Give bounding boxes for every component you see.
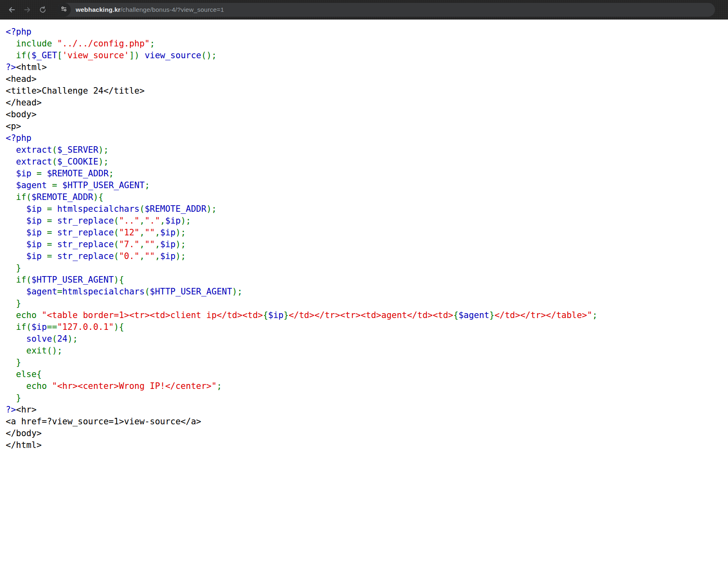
code-token-php: str_replace	[57, 216, 114, 226]
code-line: <?php	[6, 132, 728, 144]
code-line: $agent = $HTTP_USER_AGENT;	[6, 180, 728, 191]
code-token-kw: ;	[216, 381, 222, 391]
code-token-php: $ip	[31, 322, 47, 332]
code-token-str: ""	[144, 251, 155, 261]
code-token-str: ".."	[119, 216, 140, 226]
code-token-kw: {	[263, 310, 268, 320]
code-token-php: $ip	[165, 216, 181, 226]
code-token-kw: else{	[6, 369, 42, 379]
code-token-str: ""	[144, 228, 155, 237]
code-token-php: $ip	[160, 228, 175, 237]
code-token-kw: ,	[155, 251, 160, 261]
code-line: </body>	[6, 428, 728, 439]
code-line: if($REMOTE_ADDR){	[6, 191, 728, 203]
code-line: if($_GET['view_source']) view_source();	[6, 50, 728, 61]
code-token-php: $agent	[6, 180, 47, 190]
forward-button[interactable]	[20, 3, 34, 17]
code-token-php: <?php	[6, 133, 31, 143]
code-token-str: "../../config.php"	[57, 39, 150, 48]
code-token-kw: (	[114, 216, 119, 226]
code-line: }	[6, 262, 728, 274]
code-token-kw: }	[6, 358, 21, 367]
code-line: </html>	[6, 439, 728, 451]
code-token-php: $ip	[268, 310, 284, 320]
code-line: echo "<table border=1><tr><td>client ip<…	[6, 309, 728, 321]
code-token-kw: );	[68, 334, 78, 344]
code-token-kw: =	[42, 228, 57, 237]
code-line: <a href=?view_source=1>view-source</a>	[6, 416, 728, 428]
code-token-html: </body>	[6, 428, 42, 438]
code-token-kw: echo	[6, 381, 52, 391]
url-bar[interactable]: webhacking.kr/challenge/bonus-4/?view_so…	[57, 3, 715, 17]
reload-button[interactable]	[36, 3, 50, 17]
code-token-str: 'view_source'	[62, 50, 129, 60]
code-token-php: ?>	[6, 62, 16, 72]
code-token-kw: ==	[47, 322, 57, 332]
code-token-kw: ;	[109, 169, 114, 178]
code-token-php: $ip	[6, 228, 42, 237]
code-token-html: </html>	[6, 440, 42, 450]
code-token-kw: if(	[6, 322, 31, 332]
code-token-kw: [	[57, 50, 62, 60]
code-token-kw: =	[42, 204, 57, 214]
code-token-str: "<hr><center>Wrong IP!</center>"	[52, 381, 217, 391]
code-token-php: str_replace	[57, 239, 114, 249]
code-token-php: $ip	[6, 169, 31, 178]
code-token-kw: ){	[114, 275, 124, 285]
code-token-php: solve	[6, 334, 52, 344]
code-token-str: "<table border=1><tr><td>client ip</td><…	[42, 310, 263, 320]
source-code: <?php include "../../config.php"; if($_G…	[6, 26, 728, 451]
code-token-kw: }	[6, 298, 21, 308]
code-line: echo "<hr><center>Wrong IP!</center>";	[6, 380, 728, 392]
code-token-php: $ip	[6, 251, 42, 261]
code-token-kw: if(	[6, 275, 31, 285]
code-token-php: $_COOKIE	[57, 157, 98, 167]
code-line: include "../../config.php";	[6, 38, 728, 50]
code-token-php: htmlspecialchars	[62, 287, 144, 296]
code-token-php: $ip	[6, 216, 42, 226]
code-token-kw: ();	[201, 50, 216, 60]
code-token-kw: ,	[155, 239, 160, 249]
code-token-kw: ,	[155, 228, 160, 237]
code-token-kw: }	[6, 263, 21, 273]
code-token-php: $agent	[6, 287, 57, 296]
code-line: }	[6, 298, 728, 309]
code-token-html: <title>Challenge 24</title>	[6, 86, 144, 96]
code-token-kw: include	[6, 39, 57, 48]
code-token-kw: }	[284, 310, 289, 320]
code-token-kw: }	[6, 393, 21, 403]
code-line: exit();	[6, 345, 728, 357]
code-token-php: <?php	[6, 27, 31, 37]
code-token-str: ""	[144, 239, 155, 249]
code-line: <title>Challenge 24</title>	[6, 85, 728, 97]
code-token-kw: =	[42, 216, 57, 226]
forward-arrow-icon	[23, 6, 31, 14]
code-token-php: str_replace	[57, 251, 114, 261]
code-token-php: $HTTP_USER_AGENT	[62, 180, 144, 190]
code-token-php: htmlspecialchars	[57, 204, 139, 214]
code-token-php: str_replace	[57, 228, 114, 237]
code-token-kw: );	[175, 251, 186, 261]
code-token-str: </td></tr></table>"	[494, 310, 592, 320]
code-token-str: "12"	[119, 228, 140, 237]
code-token-kw: exit();	[6, 346, 62, 356]
code-line: $ip = str_replace("..",".",$ip);	[6, 215, 728, 227]
code-token-kw: );	[181, 216, 191, 226]
code-token-php: $agent	[459, 310, 490, 320]
code-token-php: $ip	[6, 204, 42, 214]
code-token-str: "0."	[119, 251, 140, 261]
code-token-php: view_source	[144, 50, 201, 60]
code-line: }	[6, 392, 728, 404]
code-token-php: extract	[6, 145, 52, 155]
code-token-kw: (	[140, 204, 145, 214]
code-line: <?php	[6, 26, 728, 38]
site-info-button[interactable]	[57, 3, 71, 17]
code-token-kw: =	[31, 169, 47, 178]
code-line: $ip = str_replace("7.","",$ip);	[6, 239, 728, 250]
code-line: ?><hr>	[6, 404, 728, 416]
browser-toolbar: webhacking.kr/challenge/bonus-4/?view_so…	[0, 0, 728, 20]
code-token-php: ?>	[6, 405, 16, 415]
code-token-kw: =	[42, 239, 57, 249]
back-button[interactable]	[5, 3, 19, 17]
code-token-str: </td></tr><tr><td>agent</td><td>	[289, 310, 453, 320]
